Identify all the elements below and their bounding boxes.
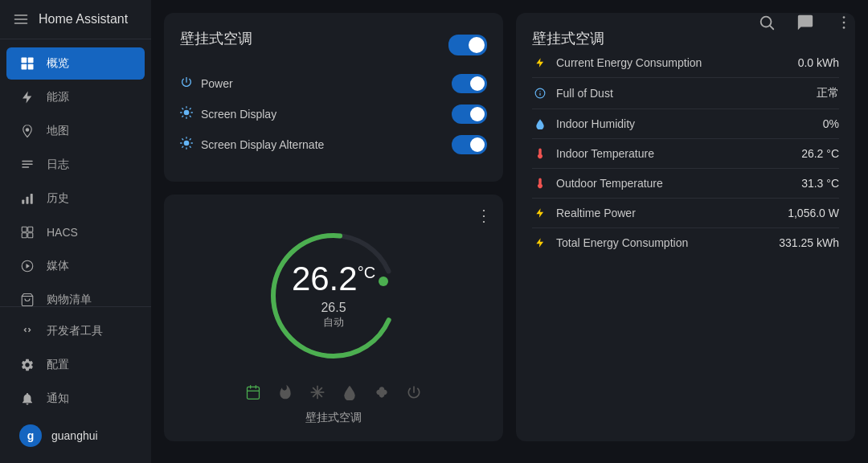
sidebar-item-media[interactable]: 媒体 — [6, 250, 145, 282]
svg-point-24 — [843, 22, 845, 24]
main-toggle[interactable] — [448, 35, 487, 55]
svg-rect-14 — [22, 227, 27, 232]
sidebar-label-map: 地图 — [47, 124, 69, 138]
sidebar-label-logs: 日志 — [47, 158, 69, 172]
svg-marker-19 — [27, 264, 31, 268]
sidebar-item-overview[interactable]: 概览 — [6, 47, 145, 80]
thermostat-schedule-icon[interactable] — [245, 384, 261, 404]
info-row-humidity: Indoor Humidity 0% — [532, 109, 839, 139]
svg-rect-9 — [22, 164, 33, 166]
sidebar-label-media: 媒体 — [47, 259, 69, 273]
topbar-icons — [752, 8, 858, 37]
info-row-outdoor-temp: Outdoor Temperature 31.3 °C — [532, 169, 839, 199]
power-label: Power — [201, 77, 233, 90]
thermostat-controls — [245, 384, 422, 404]
info-row-energy: Current Energy Consumption 0.0 kWh — [532, 48, 839, 78]
realtime-power-value: 1,056.0 W — [788, 207, 839, 219]
screen-alt-icon — [180, 137, 193, 153]
screen-toggle[interactable] — [452, 104, 487, 124]
sidebar-label-hacs: HACS — [47, 226, 78, 239]
user-avatar: g — [19, 424, 42, 447]
sidebar-user[interactable]: g guanghui — [6, 416, 145, 455]
svg-point-25 — [843, 27, 845, 29]
thermostat-mode: 自动 — [323, 315, 344, 330]
svg-rect-3 — [22, 58, 27, 64]
power-icon — [180, 76, 193, 92]
sidebar-label-developer: 开发者工具 — [47, 324, 103, 338]
card-ac-controls-title: 壁挂式空调 — [180, 29, 252, 48]
energy-consumption-icon — [532, 57, 548, 68]
total-energy-value: 331.25 kWh — [779, 236, 839, 249]
thermostat-temp-display: 26.2°C — [292, 262, 375, 296]
app-title: Home Assistant — [39, 12, 128, 27]
info-row-dust: Full of Dust 正常 — [532, 78, 839, 109]
card-ac-info: 壁挂式空调 Current Energy Consumption 0.0 kWh — [516, 13, 855, 441]
sidebar-bottom: 开发者工具 配置 通知 g guanghui — [0, 306, 151, 463]
card-ac-info-title: 壁挂式空调 — [532, 31, 604, 47]
info-row-realtime-power: Realtime Power 1,056.0 W — [532, 199, 839, 228]
realtime-power-label: Realtime Power — [556, 207, 636, 219]
indoor-temp-label: Indoor Temperature — [556, 147, 654, 160]
sidebar-item-notifications[interactable]: 通知 — [6, 383, 145, 415]
chat-icon[interactable] — [791, 8, 820, 37]
realtime-power-icon — [532, 207, 548, 219]
screen-alt-toggle[interactable] — [452, 135, 487, 154]
thermostat-more-icon[interactable]: ⋮ — [476, 206, 492, 225]
svg-rect-34 — [248, 387, 260, 399]
thermostat-heat-icon[interactable] — [277, 384, 293, 404]
sidebar-item-energy[interactable]: 能源 — [6, 81, 145, 113]
svg-point-7 — [26, 128, 30, 132]
humidity-icon — [532, 118, 548, 129]
overview-icon — [19, 55, 35, 72]
sidebar-label-history: 历史 — [47, 191, 69, 206]
sidebar-item-history[interactable]: 历史 — [6, 182, 145, 215]
svg-rect-15 — [28, 227, 33, 232]
sidebar-item-shopping[interactable]: 购物清单 — [6, 284, 145, 306]
sidebar-item-logs[interactable]: 日志 — [6, 149, 145, 181]
sidebar-item-hacs[interactable]: HACS — [6, 216, 145, 248]
dust-label: Full of Dust — [556, 87, 613, 100]
thermostat-cool-icon[interactable] — [309, 384, 326, 404]
sidebar-item-settings[interactable]: 配置 — [6, 349, 145, 381]
logs-icon — [19, 157, 35, 173]
sidebar-label-overview: 概览 — [47, 56, 69, 71]
card-thermostat: ⋮ 26.2°C 26.5 自动 — [164, 195, 503, 441]
screen-icon — [180, 106, 193, 122]
svg-rect-5 — [22, 64, 27, 70]
thermostat-power-icon[interactable] — [406, 384, 422, 404]
settings-icon — [19, 357, 35, 373]
svg-line-22 — [770, 26, 773, 29]
svg-rect-4 — [28, 58, 34, 64]
power-toggle[interactable] — [452, 74, 487, 93]
sidebar: Home Assistant 概览 能源 — [0, 0, 151, 463]
notifications-icon — [19, 391, 35, 407]
sidebar-item-map[interactable]: 地图 — [6, 115, 145, 147]
map-icon — [19, 123, 35, 139]
thermostat-setpoint: 26.5 — [321, 301, 346, 315]
cards-grid: 壁挂式空调 Power — [164, 13, 855, 441]
menu-icon[interactable] — [13, 11, 29, 27]
thermostat-humidity-icon[interactable] — [342, 384, 358, 404]
svg-rect-6 — [28, 64, 34, 70]
humidity-label: Indoor Humidity — [556, 117, 635, 130]
sidebar-label-notifications: 通知 — [47, 391, 69, 406]
sidebar-item-developer[interactable]: 开发者工具 — [6, 315, 145, 347]
card-ac-controls-header: 壁挂式空调 — [180, 29, 487, 61]
screen-label: Screen Display — [201, 108, 276, 121]
indoor-temp-value: 26.2 °C — [801, 147, 839, 160]
thermostat-fan-icon[interactable] — [374, 384, 390, 404]
more-icon[interactable] — [829, 8, 858, 37]
thermostat-name: 壁挂式空调 — [305, 411, 362, 425]
developer-icon — [19, 323, 35, 339]
humidity-value: 0% — [823, 117, 839, 130]
energy-icon — [19, 89, 35, 105]
history-icon — [19, 191, 35, 207]
shopping-icon — [19, 292, 35, 306]
thermostat-dial: 26.2°C 26.5 自动 — [261, 223, 406, 368]
toggle-row-screen-alt: Screen Display Alternate — [180, 135, 487, 154]
outdoor-temp-label: Outdoor Temperature — [556, 177, 663, 190]
sidebar-label-settings: 配置 — [47, 358, 69, 372]
search-icon[interactable] — [752, 8, 781, 37]
indoor-temp-icon — [532, 148, 548, 159]
svg-rect-0 — [14, 14, 28, 16]
